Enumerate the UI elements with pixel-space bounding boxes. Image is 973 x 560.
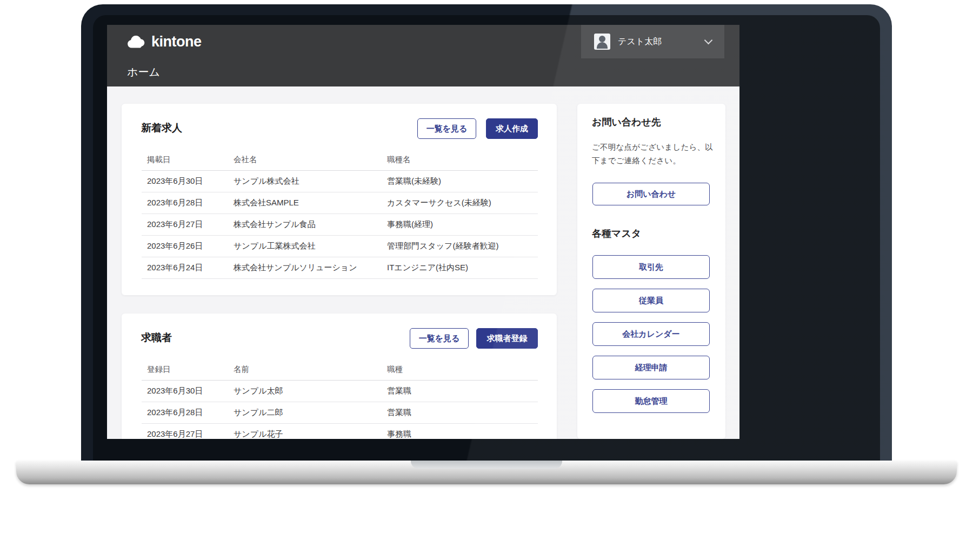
- table-row[interactable]: 2023年6月27日 株式会社サンプル食品 事務職(経理): [142, 214, 538, 236]
- table-row[interactable]: 2023年6月30日 サンプル株式会社 営業職(未経験): [142, 171, 538, 192]
- cell-role: 営業職: [387, 408, 538, 418]
- contact-title: お問い合わせ先: [592, 116, 661, 129]
- cell-company: 株式会社SAMPLE: [234, 198, 387, 208]
- table-row[interactable]: 2023年6月30日 サンプル太郎 営業職: [142, 381, 538, 402]
- seekers-table: 登録日 名前 職種 2023年6月30日 サンプル太郎 営業職 2023年6月2…: [142, 359, 538, 439]
- new-jobs-card: 新着求人 一覧を見る 求人作成 掲載日 会社名 職種名 2023年6月30日 サ…: [122, 104, 557, 295]
- table-row[interactable]: 2023年6月24日 株式会社サンプルソリューション ITエンジニア(社内SE): [142, 257, 538, 279]
- nav-home-link[interactable]: ホーム: [127, 65, 160, 79]
- jobs-table: 掲載日 会社名 職種名 2023年6月30日 サンプル株式会社 営業職(未経験)…: [142, 149, 538, 279]
- contact-button[interactable]: お問い合わせ: [592, 183, 710, 205]
- jobs-col-role: 職種名: [387, 155, 538, 165]
- user-menu[interactable]: テスト太郎: [581, 25, 724, 58]
- cell-date: 2023年6月27日: [147, 219, 234, 230]
- laptop-base-notch: [411, 461, 562, 469]
- table-row[interactable]: 2023年6月28日 サンプル二郎 営業職: [142, 402, 538, 424]
- kintone-logo-text: kintone: [151, 34, 202, 50]
- cell-date: 2023年6月26日: [147, 241, 234, 251]
- seekers-table-header: 登録日 名前 職種: [142, 359, 538, 381]
- cell-company: 株式会社サンプル食品: [234, 219, 387, 230]
- cell-date: 2023年6月28日: [147, 198, 234, 208]
- cell-date: 2023年6月28日: [147, 408, 234, 418]
- cell-date: 2023年6月30日: [147, 176, 234, 186]
- jobs-create-button[interactable]: 求人作成: [486, 118, 538, 139]
- kintone-logo[interactable]: kintone: [126, 34, 202, 50]
- seekers-col-role: 職種: [387, 364, 538, 375]
- job-seekers-card: 求職者 一覧を見る 求職者登録 登録日 名前 職種 2023年6月30日 サンプ…: [122, 314, 557, 439]
- master-button-calendar[interactable]: 会社カレンダー: [592, 322, 710, 346]
- cell-role: ITエンジニア(社内SE): [387, 263, 538, 273]
- jobs-table-header: 掲載日 会社名 職種名: [142, 149, 538, 171]
- cell-role: 事務職(経理): [387, 219, 538, 230]
- cell-date: 2023年6月30日: [147, 386, 234, 396]
- new-jobs-title: 新着求人: [141, 121, 182, 135]
- user-name: テスト太郎: [618, 36, 662, 48]
- seekers-col-name: 名前: [234, 364, 387, 375]
- chevron-down-icon: [704, 36, 713, 45]
- user-avatar-icon: [594, 34, 610, 50]
- cell-role: 営業職(未経験): [387, 176, 538, 186]
- cell-role: カスタマーサクセス(未経験): [387, 198, 538, 208]
- table-row[interactable]: 2023年6月27日 サンプル花子 事務職: [142, 424, 538, 439]
- jobs-view-list-button[interactable]: 一覧を見る: [417, 118, 476, 139]
- app-header: kintone テスト太郎 ホーム: [107, 25, 739, 86]
- cell-role: 管理部門スタッフ(経験者歓迎): [387, 241, 538, 251]
- cell-name: サンプル二郎: [234, 408, 387, 418]
- laptop-mockup: kintone テスト太郎 ホーム 新着求人 一覧を見る 求人作成 掲載日 会社…: [0, 0, 973, 560]
- kintone-cloud-icon: [126, 36, 146, 49]
- cell-name: サンプル花子: [234, 429, 387, 439]
- cell-company: サンプル工業株式会社: [234, 241, 387, 251]
- table-row[interactable]: 2023年6月28日 株式会社SAMPLE カスタマーサクセス(未経験): [142, 192, 538, 214]
- master-button-employees[interactable]: 従業員: [592, 289, 710, 312]
- master-button-accounting[interactable]: 経理申請: [592, 356, 710, 379]
- cell-company: サンプル株式会社: [234, 176, 387, 186]
- cell-date: 2023年6月24日: [147, 263, 234, 273]
- cell-name: サンプル太郎: [234, 386, 387, 396]
- jobs-col-date: 掲載日: [147, 155, 234, 165]
- master-button-clients[interactable]: 取引先: [592, 255, 710, 279]
- job-seekers-title: 求職者: [141, 331, 172, 345]
- masters-title: 各種マスタ: [592, 227, 641, 240]
- table-row[interactable]: 2023年6月26日 サンプル工業株式会社 管理部門スタッフ(経験者歓迎): [142, 236, 538, 257]
- seekers-register-button[interactable]: 求職者登録: [476, 328, 538, 349]
- sidebar-card: お問い合わせ先 ご不明な点がございましたら、以下までご連絡ください。 お問い合わ…: [577, 104, 725, 439]
- seekers-view-list-button[interactable]: 一覧を見る: [410, 328, 469, 349]
- cell-company: 株式会社サンプルソリューション: [234, 263, 387, 273]
- master-button-attendance[interactable]: 勤怠管理: [592, 389, 710, 413]
- kintone-app-window: kintone テスト太郎 ホーム 新着求人 一覧を見る 求人作成 掲載日 会社…: [107, 25, 739, 439]
- seekers-col-date: 登録日: [147, 364, 234, 375]
- jobs-col-company: 会社名: [234, 155, 387, 165]
- contact-description: ご不明な点がございましたら、以下までご連絡ください。: [592, 141, 713, 168]
- cell-role: 事務職: [387, 429, 538, 439]
- cell-date: 2023年6月27日: [147, 429, 234, 439]
- cell-role: 営業職: [387, 386, 538, 396]
